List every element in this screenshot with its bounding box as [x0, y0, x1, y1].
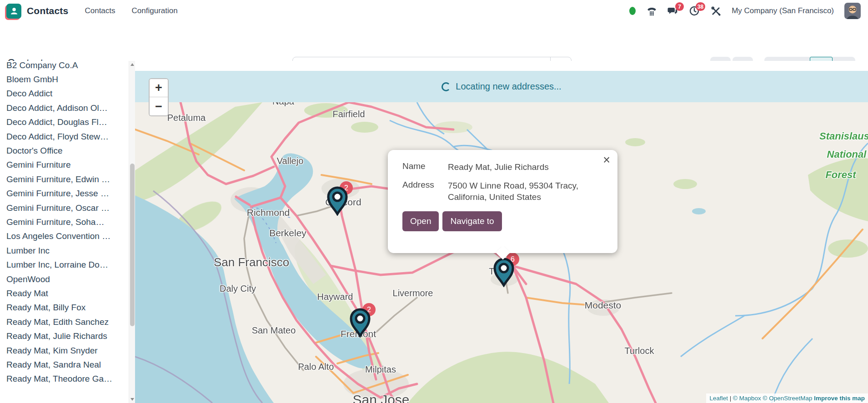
- sidebar-contact-item[interactable]: Ready Mat, Theodore Ga…: [0, 372, 129, 386]
- sidebar-contact-item[interactable]: Deco Addict, Douglas Fl…: [0, 115, 129, 129]
- attribution-separator: |: [728, 395, 733, 402]
- company-switcher[interactable]: My Company (San Francisco): [732, 6, 834, 15]
- sidebar-contact-item[interactable]: Gemini Furniture, Jesse …: [0, 187, 129, 201]
- presence-status-dot: [629, 7, 636, 15]
- sidebar-contact-item[interactable]: Deco Addict: [0, 87, 129, 101]
- marker-popup: × Name Ready Mat, Julie Richards Address…: [388, 150, 617, 253]
- zoom-in-button[interactable]: +: [150, 79, 168, 97]
- sidebar-contact-item[interactable]: OpenWood: [0, 272, 129, 286]
- contact-list: B2 Company Co.A Bloem GmbH Deco Addict D…: [0, 61, 129, 386]
- contact-name: Ready Mat, Julie Richards: [6, 331, 107, 341]
- sidebar-contact-item[interactable]: Ready Mat, Edith Sanchez: [0, 315, 129, 329]
- leaflet-link[interactable]: Leaflet: [709, 395, 728, 402]
- close-icon[interactable]: ×: [603, 153, 610, 167]
- contact-name: Ready Mat, Billy Fox: [6, 303, 85, 313]
- locating-banner: Locating new addresses...: [135, 71, 868, 102]
- sidebar-contact-item[interactable]: Lumber Inc, Lorraine Do…: [0, 258, 129, 272]
- sidebar-contact-item[interactable]: Lumber Inc: [0, 244, 129, 258]
- activities-badge: 38: [696, 2, 705, 11]
- sidebar-contact-item[interactable]: Ready Mat, Billy Fox: [0, 301, 129, 315]
- sidebar-contact-item[interactable]: Gemini Furniture, Oscar …: [0, 201, 129, 215]
- contact-name: Doctor's Office: [6, 146, 63, 156]
- sidebar-contact-item[interactable]: Ready Mat, Julie Richards: [0, 329, 129, 343]
- contact-name: Gemini Furniture, Soha…: [6, 217, 104, 227]
- sidebar-contact-item[interactable]: Ready Mat: [0, 286, 129, 300]
- locating-banner-text: Locating new addresses...: [456, 81, 561, 92]
- contact-name: Gemini Furniture, Oscar …: [6, 203, 110, 213]
- contact-name: OpenWood: [6, 274, 50, 284]
- navigate-to-button[interactable]: Navigate to: [442, 211, 502, 231]
- map-marker[interactable]: 2: [326, 186, 349, 216]
- map-pin-icon: [492, 257, 516, 287]
- loading-spinner-icon: [442, 82, 451, 91]
- messages-icon[interactable]: 7: [667, 5, 678, 16]
- contact-name: Ready Mat, Edith Sanchez: [6, 317, 109, 327]
- contact-list-panel: B2 Company Co.A Bloem GmbH Deco Addict D…: [0, 61, 129, 403]
- sidebar-contact-item[interactable]: Doctor's Office: [0, 144, 129, 158]
- activities-clock-icon[interactable]: 38: [689, 5, 700, 16]
- contact-name: Ready Mat, Kim Snyder: [6, 346, 98, 356]
- map-attribution: Leaflet | © Mapbox © OpenStreetMap Impro…: [706, 393, 868, 403]
- top-menu: Contacts Configuration: [85, 6, 177, 15]
- voip-phone-icon[interactable]: [646, 5, 657, 16]
- person-icon: [10, 6, 19, 15]
- sidebar-scrollbar[interactable]: [129, 61, 135, 403]
- sidebar-contact-item[interactable]: Bloem GmbH: [0, 72, 129, 86]
- messages-badge: 7: [675, 2, 684, 11]
- map-tiles[interactable]: PetalumaFairfieldNapaVallejoRichmondConc…: [135, 102, 868, 403]
- sidebar-contact-item[interactable]: Gemini Furniture: [0, 158, 129, 172]
- sidebar-contact-item[interactable]: Ready Mat, Sandra Neal: [0, 358, 129, 372]
- contacts-app-icon[interactable]: [6, 4, 21, 19]
- contact-name: Gemini Furniture, Jesse …: [6, 189, 109, 199]
- sidebar-contact-item[interactable]: Deco Addict, Floyd Stew…: [0, 129, 129, 144]
- sidebar-contact-item[interactable]: Ready Mat, Kim Snyder: [0, 343, 129, 358]
- menu-contacts[interactable]: Contacts: [85, 6, 115, 15]
- sidebar-contact-item[interactable]: B2 Company Co.A: [0, 61, 129, 72]
- map-zoom-control: + −: [149, 78, 169, 116]
- sidebar-contact-item[interactable]: Gemini Furniture, Edwin …: [0, 172, 129, 186]
- contact-name: Deco Addict: [6, 89, 52, 99]
- open-button[interactable]: Open: [402, 211, 439, 231]
- map-marker[interactable]: 2: [348, 308, 372, 338]
- systray: 7 38 My Company (San Francisco): [629, 3, 861, 19]
- sidebar-contact-item[interactable]: Gemini Furniture, Soha…: [0, 215, 129, 229]
- mapbox-link[interactable]: © Mapbox: [733, 395, 761, 402]
- contact-name: Lumber Inc, Lorraine Do…: [6, 260, 108, 270]
- contact-name: Lumber Inc: [6, 246, 50, 256]
- map-marker[interactable]: 6: [492, 257, 516, 287]
- address-line-1: 7500 W Linne Road, 95304 Tracy,: [448, 181, 578, 190]
- contact-name: Ready Mat, Sandra Neal: [6, 360, 101, 370]
- popup-address-label: Address: [402, 180, 448, 203]
- map-pin-icon: [326, 186, 349, 216]
- contact-name: Los Angeles Convention …: [6, 231, 110, 241]
- sidebar-contact-item[interactable]: Los Angeles Convention …: [0, 229, 129, 244]
- contact-name: Ready Mat: [6, 289, 48, 299]
- address-line-2: California, United States: [448, 192, 541, 202]
- contact-name: Gemini Furniture: [6, 160, 71, 170]
- contact-name: Gemini Furniture, Edwin …: [6, 174, 110, 184]
- menu-configuration[interactable]: Configuration: [132, 6, 178, 15]
- contact-name: B2 Company Co.A: [6, 61, 78, 70]
- contact-name: Deco Addict, Douglas Fl…: [6, 117, 107, 127]
- map-pin-icon: [348, 308, 372, 338]
- popup-name-value: Ready Mat, Julie Richards: [448, 161, 549, 173]
- osm-link[interactable]: © OpenStreetMap: [763, 395, 812, 402]
- popup-name-label: Name: [402, 161, 448, 173]
- contact-name: Bloem GmbH: [6, 75, 58, 85]
- scrollbar-thumb[interactable]: [130, 164, 135, 326]
- app-title: Contacts: [27, 5, 68, 16]
- user-avatar[interactable]: [844, 3, 861, 19]
- tools-icon[interactable]: [710, 5, 721, 16]
- improve-map-link[interactable]: Improve this map: [814, 395, 865, 402]
- popup-address-value: 7500 W Linne Road, 95304 Tracy, Californ…: [448, 180, 578, 203]
- sidebar-contact-item[interactable]: Deco Addict, Addison Ol…: [0, 101, 129, 115]
- contact-name: Deco Addict, Addison Ol…: [6, 103, 108, 113]
- content-area: B2 Company Co.A Bloem GmbH Deco Addict D…: [0, 61, 868, 403]
- map-view: Locating new addresses... + −: [135, 61, 868, 403]
- zoom-out-button[interactable]: −: [150, 97, 168, 115]
- top-navbar: Contacts Contacts Configuration 7 38: [0, 0, 868, 22]
- contact-name: Deco Addict, Floyd Stew…: [6, 132, 109, 142]
- scroll-down-arrow[interactable]: [130, 398, 134, 401]
- scroll-up-arrow[interactable]: [130, 63, 134, 66]
- control-panel: Contacts ⚙ 1-80 / 107: [0, 22, 868, 61]
